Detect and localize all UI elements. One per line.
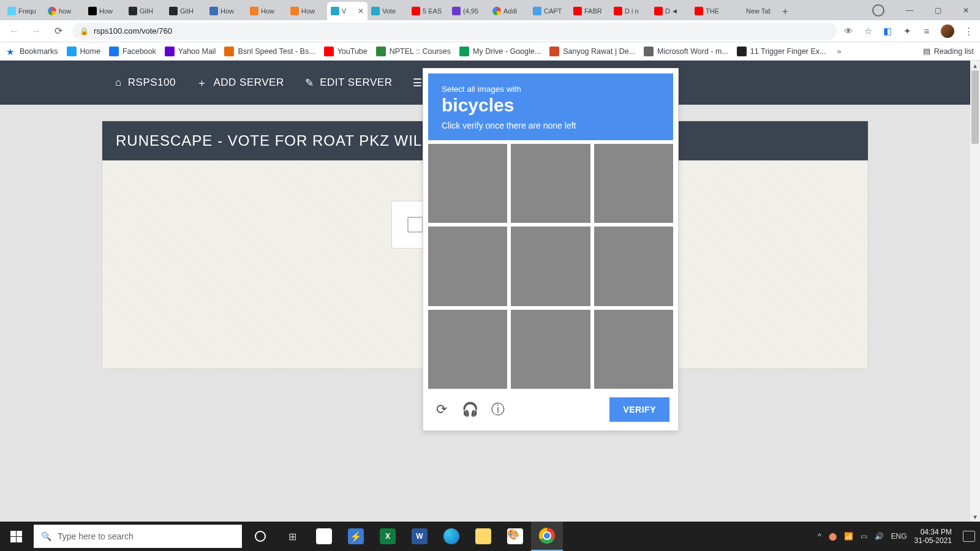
extensions-puzzle-icon[interactable]: ✦ bbox=[902, 26, 913, 37]
bookmark-7[interactable]: My Drive - Google... bbox=[459, 47, 541, 56]
browser-tab-6[interactable]: How bbox=[246, 2, 287, 20]
captcha-tile-7[interactable] bbox=[428, 310, 507, 389]
scroll-up-arrow[interactable]: ▲ bbox=[970, 61, 980, 70]
back-button[interactable]: ← bbox=[6, 23, 22, 39]
bookmark-0[interactable]: ★Bookmarks bbox=[6, 47, 58, 56]
browser-tab-18[interactable]: New Tab bbox=[731, 2, 774, 20]
close-window-button[interactable]: ✕ bbox=[952, 0, 980, 20]
nav-edit-server[interactable]: ✎EDIT SERVER bbox=[305, 77, 393, 89]
minimize-button[interactable]: — bbox=[895, 0, 924, 20]
scroll-down-arrow[interactable]: ▼ bbox=[970, 512, 980, 522]
nav-add-server[interactable]: ＋ADD SERVER bbox=[197, 76, 284, 90]
chrome-icon[interactable] bbox=[531, 522, 563, 551]
captcha-tile-3[interactable] bbox=[594, 144, 673, 223]
tab-label: How bbox=[99, 7, 113, 15]
captcha-tile-2[interactable] bbox=[511, 144, 590, 223]
incognito-eye-icon[interactable]: 👁 bbox=[843, 26, 854, 37]
browser-tab-12[interactable]: Addi bbox=[489, 2, 529, 20]
reading-list-button[interactable]: ▤Reading list bbox=[923, 47, 974, 56]
captcha-tile-6[interactable] bbox=[594, 227, 673, 305]
chrome-menu-icon[interactable]: ⋮ bbox=[963, 26, 974, 37]
browser-tab-16[interactable]: D◀ bbox=[650, 2, 691, 20]
edit-icon: ✎ bbox=[305, 77, 314, 89]
tab-favicon bbox=[492, 7, 501, 15]
bookmark-5[interactable]: YouTube bbox=[324, 47, 368, 56]
tab-label: FABR bbox=[584, 7, 602, 15]
tray-volume-icon[interactable]: 🔊 bbox=[875, 532, 884, 541]
notifications-icon[interactable] bbox=[963, 531, 975, 542]
bookmark-10[interactable]: 11 Trigger Finger Ex... bbox=[737, 47, 826, 56]
browser-tab-7[interactable]: How bbox=[287, 2, 327, 20]
browser-tab-10[interactable]: 5 EAS bbox=[408, 2, 448, 20]
browser-tab-13[interactable]: CAPT bbox=[529, 2, 570, 20]
bookmark-2[interactable]: Facebook bbox=[109, 47, 156, 56]
maximize-button[interactable]: ▢ bbox=[924, 0, 952, 20]
browser-tab-8[interactable]: V✕ bbox=[327, 2, 368, 20]
task-view-icon[interactable]: ⊞ bbox=[276, 522, 308, 551]
tab-favicon bbox=[735, 7, 744, 15]
reload-button[interactable]: ⟳ bbox=[50, 23, 66, 39]
captcha-tile-8[interactable] bbox=[511, 310, 590, 389]
browser-tab-2[interactable]: How bbox=[85, 2, 125, 20]
browser-tab-4[interactable]: GitH bbox=[165, 2, 206, 20]
excel-icon[interactable]: X bbox=[372, 522, 404, 551]
captcha-reload-icon[interactable]: ⟳ bbox=[432, 400, 451, 419]
captcha-tile-9[interactable] bbox=[594, 310, 673, 389]
browser-tab-14[interactable]: FABR bbox=[570, 2, 610, 20]
tray-battery-icon[interactable]: ▭ bbox=[861, 532, 867, 541]
app-lightning-icon[interactable]: ⚡ bbox=[340, 522, 372, 551]
browser-tab-9[interactable]: Vote bbox=[368, 2, 408, 20]
chrome-account-icon[interactable] bbox=[872, 4, 884, 17]
bookmarks-overflow-icon[interactable]: » bbox=[837, 47, 841, 56]
tray-onedrive-icon[interactable]: ⬤ bbox=[829, 532, 837, 541]
tab-label: New Tab bbox=[746, 7, 771, 15]
tray-wifi-icon[interactable]: 📶 bbox=[844, 532, 853, 541]
browser-tab-5[interactable]: How bbox=[206, 2, 246, 20]
profile-avatar[interactable] bbox=[941, 24, 954, 38]
tray-clock[interactable]: 04:34 PM 31-05-2021 bbox=[914, 528, 952, 545]
captcha-tile-5[interactable] bbox=[511, 227, 590, 305]
forward-button[interactable]: → bbox=[28, 23, 44, 39]
bookmark-star-icon[interactable]: ☆ bbox=[862, 26, 873, 37]
vertical-scrollbar[interactable]: ▲ ▼ bbox=[970, 61, 980, 522]
omnibox[interactable]: 🔒 rsps100.com/vote/760 bbox=[72, 23, 837, 40]
browser-tab-15[interactable]: D i n bbox=[610, 2, 650, 20]
bookmark-8[interactable]: Sanyog Rawat | De... bbox=[549, 47, 635, 56]
cortana-icon[interactable] bbox=[244, 522, 276, 551]
browser-tab-17[interactable]: THE bbox=[691, 2, 731, 20]
nav-rsps100[interactable]: ⌂RSPS100 bbox=[115, 77, 176, 89]
edge-icon[interactable] bbox=[435, 522, 467, 551]
tab-close-icon[interactable]: ✕ bbox=[358, 7, 364, 15]
tray-chevron-icon[interactable]: ^ bbox=[818, 532, 821, 541]
browser-tab-0[interactable]: Frequ bbox=[4, 2, 44, 20]
bookmark-6[interactable]: NPTEL :: Courses bbox=[376, 47, 451, 56]
extension-icon[interactable]: ◧ bbox=[882, 26, 893, 37]
browser-tab-3[interactable]: GitH bbox=[125, 2, 165, 20]
ms-store-icon[interactable] bbox=[308, 522, 340, 551]
bookmark-favicon bbox=[376, 47, 386, 56]
tab-favicon bbox=[654, 7, 663, 15]
scroll-thumb[interactable] bbox=[971, 70, 979, 144]
word-icon[interactable]: W bbox=[404, 522, 435, 551]
bookmark-favicon: ★ bbox=[6, 47, 16, 56]
captcha-tile-1[interactable] bbox=[428, 144, 507, 223]
captcha-audio-icon[interactable]: 🎧 bbox=[460, 400, 480, 419]
captcha-verify-button[interactable]: VERIFY bbox=[609, 397, 669, 422]
new-tab-button[interactable]: + bbox=[777, 3, 794, 20]
browser-tab-11[interactable]: (4,95 bbox=[448, 2, 489, 20]
tray-language[interactable]: ENG bbox=[891, 532, 907, 541]
bookmark-9[interactable]: Microsoft Word - m... bbox=[644, 47, 728, 56]
bookmark-4[interactable]: Bsnl Speed Test - Bs... bbox=[224, 47, 315, 56]
bookmark-3[interactable]: Yahoo Mail bbox=[165, 47, 216, 56]
paint-icon[interactable]: 🎨 bbox=[499, 522, 531, 551]
explorer-icon[interactable] bbox=[467, 522, 499, 551]
recaptcha-checkbox[interactable] bbox=[407, 217, 423, 233]
captcha-info-icon[interactable]: ⓘ bbox=[488, 400, 508, 419]
captcha-tile-4[interactable] bbox=[428, 227, 507, 305]
bookmark-1[interactable]: Home bbox=[67, 47, 100, 56]
start-button[interactable] bbox=[0, 522, 32, 551]
browser-tab-1[interactable]: how bbox=[44, 2, 85, 20]
reading-list-icon[interactable]: ≡ bbox=[921, 26, 932, 37]
bookmarks-bar: ★BookmarksHomeFacebookYahoo MailBsnl Spe… bbox=[0, 42, 980, 61]
taskbar-search[interactable]: 🔍 Type here to search bbox=[34, 525, 242, 548]
